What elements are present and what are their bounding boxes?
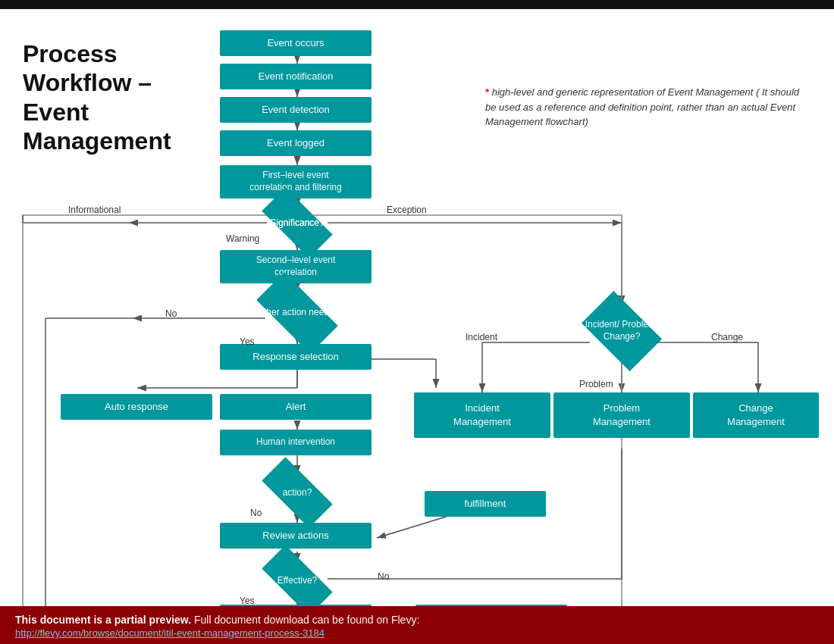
box-change-management: Change Management: [693, 392, 819, 438]
box-first-level: First–level event correlation and filter…: [220, 165, 372, 199]
label-no3: No: [378, 571, 389, 582]
box-event-notification: Event notification: [220, 64, 372, 89]
box-incident-management: Incident Management: [414, 392, 550, 438]
preview-title: This document is a partial preview. Full…: [15, 614, 819, 626]
box-event-occurs: Event occurs: [220, 30, 372, 56]
diamond-significance-shape: Significance?: [250, 205, 344, 241]
box-event-logged: Event logged: [220, 130, 372, 156]
label-informational: Informational: [68, 205, 121, 215]
diamond-effective: Effective?: [250, 562, 344, 599]
annotation-text: * high-level and generic representation …: [485, 85, 811, 130]
preview-banner: This document is a partial preview. Full…: [0, 606, 834, 644]
diamond-action: action?: [250, 474, 344, 511]
box-response-selection: Response selection: [220, 344, 372, 370]
box-fulfillment: fulfillment: [425, 491, 546, 517]
label-problem: Problem: [579, 379, 613, 389]
label-yes2: Yes: [240, 596, 255, 606]
box-event-detection: Event detection: [220, 97, 372, 123]
label-exception: Exception: [387, 205, 427, 215]
box-review-actions: Review actions: [220, 523, 372, 549]
top-bar: [0, 0, 834, 9]
label-incident: Incident: [466, 332, 497, 342]
page-title: ProcessWorkflow –EventManagement: [23, 39, 171, 156]
box-auto-response: Auto response: [61, 394, 212, 420]
label-no2: No: [250, 508, 262, 518]
diamond-incident-problem-change: Incident/ Problem/ Change?: [575, 305, 669, 358]
label-yes1: Yes: [240, 336, 255, 347]
label-no1: No: [165, 308, 177, 319]
preview-link[interactable]: http://flevy.com/browse/document/itil-ev…: [15, 627, 325, 639]
label-warning: Warning: [226, 233, 259, 244]
box-problem-management: Problem Management: [553, 392, 690, 438]
preview-normal-text: Full document download can be found on F…: [194, 614, 419, 626]
box-alert: Alert: [220, 394, 372, 420]
diamond-further-action: Further action needed?: [243, 291, 352, 335]
box-human-intervention: Human intervention: [220, 430, 372, 455]
label-change: Change: [711, 332, 743, 342]
preview-bold-text: This document is a partial preview.: [15, 614, 191, 626]
main-content: ProcessWorkflow –EventManagement * high-…: [0, 9, 834, 644]
box-second-level: Second–level event correlation: [220, 250, 372, 283]
